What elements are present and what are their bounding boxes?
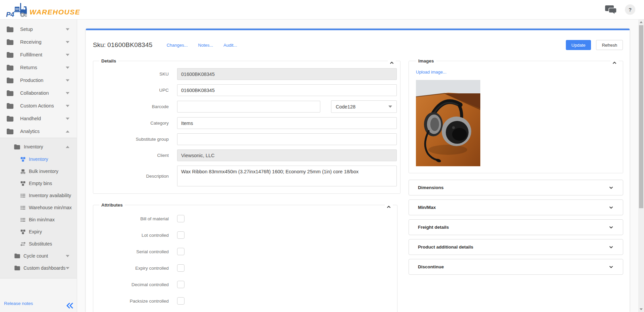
description-field-label: Description bbox=[97, 174, 169, 179]
panel-title: Dimensions bbox=[418, 185, 444, 190]
substitute-group-input[interactable] bbox=[177, 133, 397, 145]
sidebar-item-receiving[interactable]: Receiving bbox=[0, 36, 77, 48]
barcode-input[interactable] bbox=[177, 101, 320, 113]
chevron-down-icon bbox=[66, 54, 69, 56]
help-button[interactable]: ? bbox=[625, 4, 635, 15]
details-legend: Details bbox=[99, 58, 118, 63]
sidebar-item-setup[interactable]: Setup bbox=[0, 23, 77, 36]
sidebar-item-cycle-count[interactable]: Cycle count bbox=[0, 250, 77, 262]
decimal-controlled-checkbox[interactable] bbox=[177, 281, 184, 288]
sidebar-item-label: Receiving bbox=[20, 39, 66, 45]
collapse-details-icon[interactable] bbox=[388, 60, 396, 65]
collapse-sidebar-icon[interactable] bbox=[66, 303, 73, 309]
bill-of-material-checkbox[interactable] bbox=[177, 215, 184, 222]
refresh-button[interactable]: Refresh bbox=[596, 40, 623, 50]
chat-icon[interactable] bbox=[604, 4, 618, 15]
sidebar-item-returns[interactable]: Returns bbox=[0, 61, 77, 74]
collapse-images-icon[interactable] bbox=[610, 60, 619, 65]
chevron-down-icon bbox=[608, 205, 614, 210]
sidebar-item-analytics[interactable]: Analytics bbox=[0, 125, 77, 138]
release-notes-link[interactable]: Release notes bbox=[4, 301, 33, 306]
sidebar-item-custom-actions[interactable]: Custom Actions bbox=[0, 99, 77, 112]
p4-warehouse-logo[interactable]: P4 WAREHOUSE bbox=[6, 2, 80, 17]
chevron-down-icon bbox=[388, 105, 392, 108]
folder-icon bbox=[14, 266, 20, 270]
product-photo[interactable] bbox=[416, 80, 480, 166]
sidebar-item-label: Substitutes bbox=[29, 241, 52, 247]
folder-icon bbox=[14, 144, 20, 149]
sidebar-item-warehouse-min-max[interactable]: Warehouse min/max bbox=[0, 202, 77, 214]
description-field-row: Description Wax Ribbon 83mmx450m (3.27in… bbox=[97, 166, 397, 186]
client-field-row: Client bbox=[97, 149, 397, 161]
scrollbar-thumb[interactable] bbox=[639, 25, 643, 208]
barcode-symbology-select[interactable]: Code128 bbox=[331, 100, 397, 113]
sidebar-item-bin-min-max[interactable]: Bin min/max bbox=[0, 214, 77, 226]
sidebar-item-production[interactable]: Production bbox=[0, 74, 77, 87]
images-legend: Images bbox=[416, 58, 436, 63]
scroll-down-arrow[interactable] bbox=[638, 307, 644, 312]
description-textarea[interactable]: Wax Ribbon 83mmx450m (3.27inx1476ft) 160… bbox=[177, 166, 397, 186]
sidebar-item-inventory-availability[interactable]: Inventory availability bbox=[0, 189, 77, 202]
panel-dimensions[interactable]: Dimensions bbox=[409, 180, 623, 195]
folder-icon bbox=[7, 65, 13, 71]
chevron-down-icon bbox=[66, 66, 69, 69]
notes-link[interactable]: Notes... bbox=[198, 43, 213, 48]
folder-icon bbox=[7, 116, 13, 122]
barcode-field-row: Barcode Code128 bbox=[97, 100, 397, 113]
panel-discontinue[interactable]: Discontinue bbox=[409, 259, 623, 275]
panel-min-max[interactable]: Min/Max bbox=[409, 199, 623, 215]
upc-input[interactable] bbox=[177, 84, 397, 96]
sku-card: Sku:01600BK08345 Changes... Notes... Aud… bbox=[86, 29, 630, 312]
vertical-scrollbar[interactable] bbox=[638, 19, 644, 312]
page-title: Sku:01600BK08345 bbox=[93, 41, 153, 49]
bill-of-material-row: Bill of material bbox=[97, 215, 394, 222]
sidebar-item-collaboration[interactable]: Collaboration bbox=[0, 87, 77, 99]
collapse-attributes-icon[interactable] bbox=[385, 204, 393, 210]
scroll-up-arrow[interactable] bbox=[638, 19, 644, 25]
lot-controlled-checkbox[interactable] bbox=[177, 231, 184, 239]
bins-icon bbox=[20, 181, 26, 186]
sidebar-item-expiry[interactable]: Expiry bbox=[0, 226, 77, 238]
sidebar-item-substitutes[interactable]: Substitutes bbox=[0, 238, 77, 250]
packsize-controlled-checkbox[interactable] bbox=[177, 297, 184, 305]
panel-title: Min/Max bbox=[418, 205, 436, 210]
sidebar-item-fulfillment[interactable]: Fulfillment bbox=[0, 48, 77, 61]
serial-controlled-checkbox[interactable] bbox=[177, 248, 184, 255]
chevron-down-icon bbox=[608, 225, 614, 230]
sidebar-item-inventory[interactable]: Inventory bbox=[0, 153, 77, 165]
left-column: Details SKU UPC bbox=[93, 58, 397, 312]
panel-product-additional-details[interactable]: Product additional details bbox=[409, 239, 623, 255]
client-field-label: Client bbox=[97, 153, 169, 158]
substitute-group-field-label: Substitute group bbox=[97, 137, 169, 142]
changes-link[interactable]: Changes... bbox=[167, 43, 188, 48]
folder-icon bbox=[7, 27, 13, 32]
sidebar-item-label: Collaboration bbox=[20, 90, 66, 96]
update-button[interactable]: Update bbox=[566, 40, 591, 50]
sidebar-item-empty-bins[interactable]: Empty bins bbox=[0, 177, 77, 189]
category-input[interactable] bbox=[177, 117, 397, 129]
top-bar: P4 WAREHOUSE ? bbox=[0, 0, 644, 19]
sidebar-item-custom-dashboards[interactable]: Custom dashboards bbox=[0, 262, 77, 274]
pallet-icon bbox=[20, 169, 26, 174]
chevron-up-icon bbox=[66, 146, 69, 148]
images-section: Images Upload image... bbox=[409, 58, 623, 173]
expiry-controlled-checkbox[interactable] bbox=[177, 264, 184, 272]
chevron-down-icon bbox=[66, 79, 69, 82]
panel-freight-details[interactable]: Freight details bbox=[409, 219, 623, 235]
substitute-group-field-row: Substitute group bbox=[97, 133, 397, 145]
analytics-submenu: Inventory Inventory Bulk inventory Empty… bbox=[0, 138, 77, 278]
chevron-down-icon bbox=[66, 92, 69, 94]
sidebar-item-label: Expiry bbox=[29, 229, 42, 234]
sidebar-item-handheld[interactable]: Handheld bbox=[0, 112, 77, 125]
upload-image-link[interactable]: Upload image... bbox=[416, 70, 446, 75]
folder-icon bbox=[7, 129, 13, 134]
expiry-controlled-row: Expiry controlled bbox=[97, 264, 394, 272]
folder-icon bbox=[7, 52, 13, 58]
submenu-group-inventory[interactable]: Inventory bbox=[0, 140, 77, 153]
attributes-legend: Attributes bbox=[99, 203, 125, 208]
list-icon bbox=[20, 193, 26, 198]
sidebar-item-label: Empty bins bbox=[29, 181, 52, 186]
sidebar-item-bulk-inventory[interactable]: Bulk inventory bbox=[0, 165, 77, 177]
chevron-down-icon bbox=[66, 41, 69, 43]
audit-link[interactable]: Audit... bbox=[223, 43, 237, 48]
